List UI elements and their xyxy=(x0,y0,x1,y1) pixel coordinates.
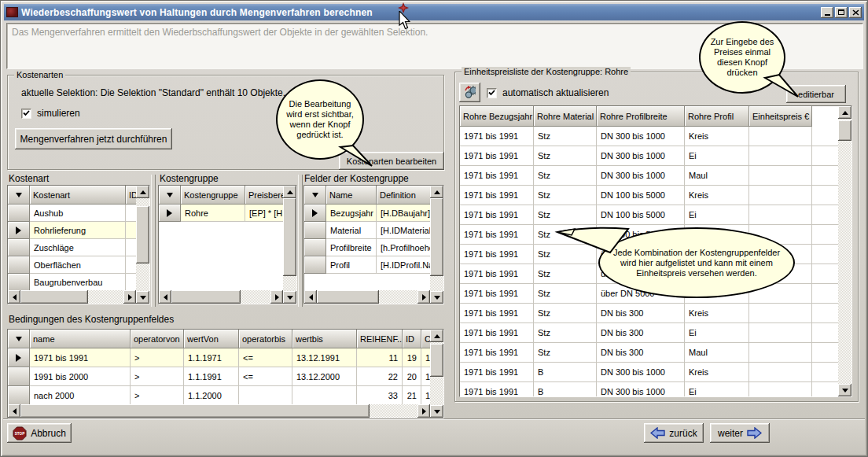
horizontal-scrollbar[interactable] xyxy=(8,290,136,304)
table-cell[interactable]: 1971 bis 1991 xyxy=(460,363,534,382)
grid-dropdown-button[interactable] xyxy=(304,186,326,205)
titlebar[interactable]: Wiederbeschaffungswert von Haltungen dur… xyxy=(4,4,864,20)
scroll-up-button[interactable] xyxy=(430,330,443,342)
row-selector[interactable] xyxy=(8,239,30,256)
vertical-scrollbar[interactable] xyxy=(430,330,443,418)
table-cell[interactable] xyxy=(749,186,812,205)
table-cell[interactable]: Stz xyxy=(534,186,597,205)
table-cell[interactable] xyxy=(749,363,812,382)
row-selector[interactable] xyxy=(8,386,30,404)
table-cell[interactable]: [h.Profilhoehe] xyxy=(377,239,430,256)
row-selector[interactable] xyxy=(304,239,326,256)
table-cell[interactable]: 1 xyxy=(421,348,430,367)
table-row[interactable]: Profil[H.IDProfil.Na. xyxy=(304,256,430,274)
table-row[interactable]: 1971 bis 1991StzDN 300 bis 1000Maul xyxy=(460,166,838,186)
table-cell[interactable]: Kreis xyxy=(685,186,749,205)
scroll-left-button[interactable] xyxy=(159,290,171,304)
row-selector[interactable] xyxy=(8,222,30,239)
scroll-thumb[interactable] xyxy=(430,198,443,276)
table-cell[interactable]: 20 xyxy=(403,367,421,386)
table-cell[interactable]: 1971 bis 1991 xyxy=(460,245,534,264)
table-cell[interactable]: 33 xyxy=(357,386,403,404)
table-cell[interactable]: 1.1.2000 xyxy=(184,386,239,404)
table-row[interactable]: Material[H.IDMaterial.. xyxy=(304,222,430,239)
table-cell[interactable]: > xyxy=(131,386,184,404)
simulate-checkbox-row[interactable]: simulieren xyxy=(21,108,80,119)
table-cell[interactable]: 13.12.1991 xyxy=(292,348,357,367)
table-row[interactable]: Profilbreite[h.Profilhoehe] xyxy=(304,239,430,256)
table-cell[interactable]: Stz xyxy=(534,166,597,186)
row-selector[interactable] xyxy=(304,222,326,239)
table-row[interactable]: Baugrubenverbau xyxy=(8,274,136,290)
scroll-thumb[interactable] xyxy=(283,198,296,276)
scroll-thumb[interactable] xyxy=(136,206,149,264)
table-cell[interactable] xyxy=(126,274,136,290)
table-cell[interactable]: DN 100 bis 5000 xyxy=(597,186,685,205)
table-cell[interactable] xyxy=(126,239,136,256)
close-button[interactable] xyxy=(849,7,862,18)
table-cell[interactable]: 22 xyxy=(357,367,403,386)
table-cell[interactable]: Baugrubenverbau xyxy=(30,274,126,290)
scroll-thumb[interactable] xyxy=(20,290,88,304)
table-row[interactable]: 1971 bis 1991BDN 300 bis 1000Ei xyxy=(460,382,838,396)
back-button[interactable]: zurück xyxy=(644,423,704,443)
grid-dropdown-button[interactable] xyxy=(8,186,30,205)
table-row[interactable]: 1971 bis 1991BDN 300 bis 1000Kreis xyxy=(460,363,838,382)
table-cell[interactable]: nach 2000 xyxy=(30,386,131,404)
table-cell[interactable] xyxy=(126,222,136,239)
table-cell[interactable]: > xyxy=(131,348,184,367)
table-cell[interactable] xyxy=(239,386,292,404)
scroll-track[interactable] xyxy=(283,198,296,291)
table-cell[interactable]: B xyxy=(534,382,597,396)
scroll-track[interactable] xyxy=(20,404,417,418)
table-cell[interactable]: DN bis 300 xyxy=(597,343,685,363)
simulate-checkbox[interactable] xyxy=(21,109,31,119)
row-selector[interactable] xyxy=(304,205,326,222)
vertical-scrollbar[interactable] xyxy=(430,186,443,304)
table-cell[interactable]: Zuschläge xyxy=(30,239,126,256)
table-cell[interactable] xyxy=(749,304,812,323)
table-cell[interactable]: 1 xyxy=(421,386,430,404)
table-cell[interactable]: DN 300 bis 1000 xyxy=(597,382,685,396)
table-cell[interactable]: Rohre xyxy=(181,205,245,222)
row-selector[interactable] xyxy=(8,348,30,367)
table-cell[interactable]: 1971 bis 1991 xyxy=(30,348,131,367)
table-cell[interactable]: 1971 bis 1991 xyxy=(460,304,534,323)
table-cell[interactable] xyxy=(749,127,812,146)
scroll-track[interactable] xyxy=(171,290,270,304)
table-cell[interactable]: Aushub xyxy=(30,205,126,222)
table-cell[interactable]: DN 300 bis 1000 xyxy=(597,127,685,146)
vertical-splitter[interactable] xyxy=(298,175,303,307)
table-cell[interactable]: 19 xyxy=(403,348,421,367)
table-cell[interactable]: <= xyxy=(239,367,292,386)
table-cell[interactable]: B xyxy=(534,363,597,382)
table-cell[interactable]: Ei xyxy=(685,382,749,396)
table-row[interactable]: 1991 bis 2000>1.1.1991<=13.12.200022201 xyxy=(8,367,430,386)
table-cell[interactable] xyxy=(749,205,812,225)
row-selector[interactable] xyxy=(304,256,326,274)
scroll-up-button[interactable] xyxy=(136,186,149,198)
table-cell[interactable]: 1971 bis 1991 xyxy=(460,146,534,166)
scroll-thumb[interactable] xyxy=(838,120,851,141)
table-cell[interactable]: [EP] * [H.L.. xyxy=(245,205,283,222)
table-cell[interactable]: Stz xyxy=(534,304,597,323)
table-cell[interactable]: Stz xyxy=(534,323,597,343)
table-cell[interactable] xyxy=(749,146,812,166)
table-cell[interactable]: 1971 bis 1991 xyxy=(460,323,534,343)
scroll-right-button[interactable] xyxy=(123,290,136,304)
scroll-right-button[interactable] xyxy=(417,290,430,304)
table-row[interactable]: 1971 bis 1991StzDN bis 300Kreis xyxy=(460,304,838,323)
table-cell[interactable]: Kreis xyxy=(685,304,749,323)
minimize-button[interactable] xyxy=(821,7,833,18)
table-cell[interactable]: 1971 bis 1991 xyxy=(460,343,534,363)
table-cell[interactable] xyxy=(126,205,136,222)
table-cell[interactable]: 1.1.1991 xyxy=(184,367,239,386)
table-cell[interactable]: 11 xyxy=(357,348,403,367)
vertical-scrollbar[interactable] xyxy=(283,186,296,304)
scroll-thumb[interactable] xyxy=(20,404,370,418)
table-cell[interactable]: <= xyxy=(239,348,292,367)
table-row[interactable]: 1971 bis 1991StzDN 300 bis 1000Kreis xyxy=(460,127,838,146)
scroll-down-button[interactable] xyxy=(283,291,296,304)
table-cell[interactable]: 21 xyxy=(403,386,421,404)
table-cell[interactable] xyxy=(749,323,812,343)
